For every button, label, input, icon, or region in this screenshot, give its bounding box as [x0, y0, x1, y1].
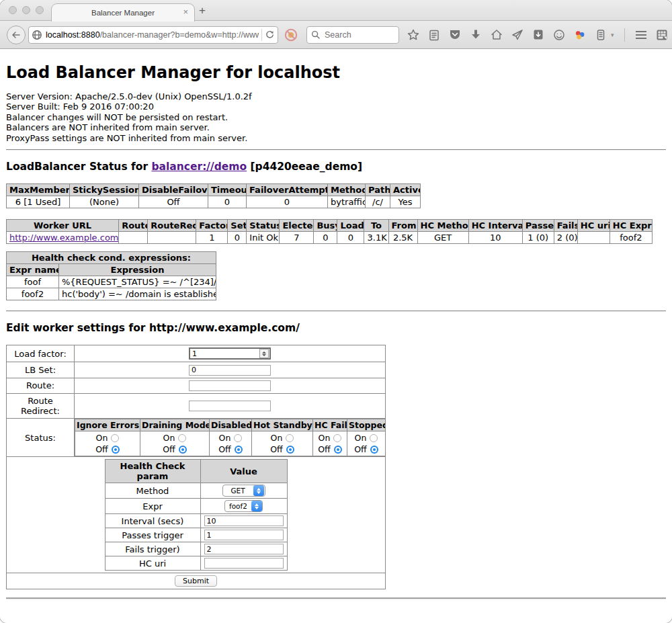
table-row: foof2 hc('body') =~ /domain is establish…	[7, 288, 216, 300]
bookmark-star-icon[interactable]	[407, 28, 419, 41]
container-extension-icon[interactable]	[594, 28, 607, 41]
persist-notice-line: Balancer changes will NOT be persisted o…	[6, 112, 666, 122]
table-header-row: MaxMembers StickySession DisableFailover…	[7, 184, 421, 196]
radio-ignore-errors-on[interactable]	[111, 434, 119, 442]
table-header-row: Worker URL Route RouteRedir Factor Set S…	[7, 220, 653, 232]
radio-disabled-off[interactable]	[235, 446, 243, 454]
health-expressions-table: Health check cond. expressions: Expr nam…	[6, 251, 216, 300]
radio-disabled-on[interactable]	[234, 434, 242, 442]
tab-close-icon[interactable]: ×	[183, 7, 188, 17]
field-label: Method	[105, 483, 200, 499]
section-divider	[6, 149, 666, 151]
field-label: HC uri	[105, 556, 200, 571]
hc-row-passes: Passes trigger	[105, 528, 287, 542]
radio-label-off: Off	[318, 444, 330, 455]
radio-draining-mode-off[interactable]	[179, 446, 187, 454]
field-label: Passes trigger	[105, 528, 200, 542]
radio-hot-standby-off[interactable]	[286, 446, 294, 454]
field-label: Load factor:	[7, 345, 75, 362]
form-row-health-check: Health Check param Value Method GET	[7, 457, 386, 573]
home-icon[interactable]	[490, 28, 503, 41]
url-path: /balancer-manager?b=demo&w=http://www.ex…	[100, 30, 259, 40]
hc-row-expr: Expr foof2	[105, 499, 287, 514]
column-header: RouteRedir	[148, 220, 196, 232]
hc-uri-input[interactable]	[204, 558, 284, 569]
load-factor-input[interactable]	[190, 349, 259, 358]
form-row-submit: Submit	[7, 573, 386, 589]
toolbar-separator	[624, 28, 625, 42]
downloads-icon[interactable]	[469, 28, 482, 41]
browser-window: Balancer Manager × + localhost:8880/bala…	[0, 0, 672, 623]
fails-input[interactable]	[204, 544, 284, 554]
reload-icon[interactable]	[265, 30, 275, 40]
grid-extension-icon[interactable]	[656, 28, 669, 41]
radio-draining-mode-on[interactable]	[178, 434, 186, 442]
feedback-smiley-icon[interactable]	[552, 28, 565, 41]
expr-select[interactable]: foof2	[224, 500, 263, 512]
form-row-lb-set: LB Set:	[7, 362, 386, 378]
expression-cell: %{REQUEST_STATUS} =~ /^[234]/	[59, 276, 216, 288]
field-label: Route:	[7, 378, 75, 394]
column-header: Active	[390, 184, 421, 196]
route-input[interactable]	[189, 380, 271, 391]
form-row-status: Status: Ignore Errors Draining Mode Disa…	[7, 419, 386, 457]
expr-name-cell: foof	[7, 276, 59, 288]
new-tab-button[interactable]: +	[199, 4, 206, 17]
save-page-icon[interactable]	[532, 28, 544, 41]
radio-stopped-on[interactable]	[370, 434, 378, 442]
bottom-divider	[6, 597, 666, 599]
search-bar[interactable]	[306, 26, 399, 44]
title-bar: Balancer Manager × +	[0, 0, 672, 21]
content-blocker-icon[interactable]	[284, 28, 298, 42]
worker-url-cell: http://www.example.com/	[7, 232, 119, 244]
passes-input[interactable]	[204, 530, 284, 540]
browser-tab[interactable]: Balancer Manager ×	[51, 3, 195, 22]
search-input[interactable]	[323, 30, 386, 40]
submit-button[interactable]: Submit	[175, 575, 217, 587]
url-divider	[261, 29, 262, 41]
table-cell: bytraffic	[328, 196, 366, 208]
field-label: Interval (secs)	[105, 514, 200, 528]
column-header: Passes	[522, 220, 554, 232]
radio-ignore-errors-off[interactable]	[112, 446, 120, 454]
traffic-lights	[9, 6, 44, 14]
column-header: Worker URL	[7, 220, 119, 232]
column-header: Set	[228, 220, 247, 232]
hc-row-fails: Fails trigger)	[105, 542, 287, 556]
expression-cell: hc('body') =~ /domain is established/	[59, 288, 216, 300]
reading-list-icon[interactable]	[427, 28, 440, 41]
table-row: 6 [1 Used] (None) Off 0 0 bytraffic /c/ …	[7, 196, 421, 208]
minimize-window-button[interactable]	[22, 6, 30, 14]
url-bar[interactable]: localhost:8880/balancer-manager?b=demo&w…	[28, 26, 278, 44]
color-dots-extension-icon[interactable]	[573, 28, 586, 41]
hc-row-hc-uri: HC uri	[105, 556, 287, 571]
lb-set-input[interactable]	[189, 365, 271, 376]
back-button[interactable]	[7, 26, 26, 44]
column-header: Expr name	[7, 264, 59, 276]
radio-hot-standby-on[interactable]	[286, 434, 294, 442]
table-cell: 0	[228, 232, 247, 244]
close-window-button[interactable]	[9, 6, 17, 14]
pocket-icon[interactable]	[448, 28, 461, 41]
number-spinner-icon[interactable]	[259, 349, 269, 358]
radio-hc-fail-on[interactable]	[333, 434, 341, 442]
table-cell: 1	[196, 232, 228, 244]
navigation-toolbar: localhost:8880/balancer-manager?b=demo&w…	[0, 21, 672, 49]
radio-hc-fail-off[interactable]	[334, 446, 342, 454]
method-select[interactable]: GET	[222, 485, 265, 497]
menu-hamburger-icon[interactable]	[635, 28, 648, 41]
route-redirect-input[interactable]	[189, 401, 271, 411]
tab-title: Balancer Manager	[91, 9, 155, 17]
send-tab-icon[interactable]	[511, 28, 523, 41]
table-cell: 2 (0)	[554, 232, 577, 244]
worker-url-link[interactable]: http://www.example.com/	[9, 233, 119, 243]
interval-input[interactable]	[204, 515, 284, 526]
zoom-window-button[interactable]	[36, 6, 44, 14]
balancer-link[interactable]: balancer://demo	[151, 161, 247, 173]
radio-label-on: On	[319, 432, 331, 444]
hc-row-interval: Interval (secs)	[105, 514, 287, 528]
overflow-caret-icon[interactable]: ▾	[611, 32, 614, 38]
expr-select-value: foof2	[225, 502, 251, 510]
url-text[interactable]: localhost:8880/balancer-manager?b=demo&w…	[46, 30, 259, 40]
radio-stopped-off[interactable]	[370, 446, 378, 454]
